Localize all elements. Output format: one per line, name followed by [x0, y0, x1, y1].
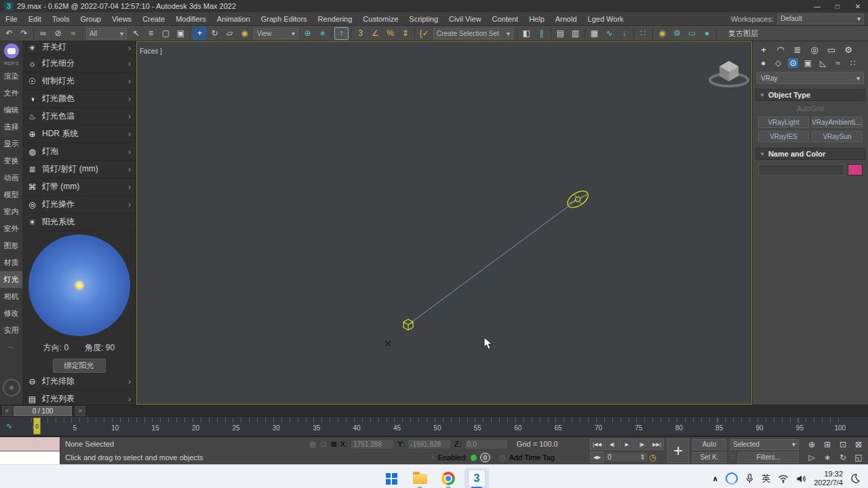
- panel-item-灯光操作[interactable]: ◎灯光操作›: [22, 196, 136, 214]
- rail-item-显示[interactable]: 显示: [0, 136, 22, 152]
- material-editor-icon[interactable]: ◉: [655, 27, 669, 40]
- category-geometry[interactable]: ●: [758, 58, 768, 68]
- rect-selection-icon[interactable]: ▢: [159, 27, 173, 40]
- panel-item-灯光色温[interactable]: ♨灯光色温›: [22, 108, 136, 125]
- panel-item-灯光排除[interactable]: ⊖灯光排除›: [22, 373, 136, 390]
- render-frame-icon[interactable]: ▭: [685, 27, 699, 40]
- category-cameras[interactable]: ▣: [803, 58, 813, 68]
- select-by-name-icon[interactable]: ≡: [144, 27, 158, 40]
- menu-create[interactable]: Create: [137, 15, 170, 23]
- bind-sun-button[interactable]: 绑定阳光: [53, 359, 106, 373]
- rail-item-变换[interactable]: 变换: [0, 152, 22, 169]
- select-object-icon[interactable]: ↖: [129, 27, 143, 40]
- menu-scripting[interactable]: Scripting: [403, 15, 443, 23]
- panel-item-灯光细分[interactable]: ☼灯光细分›: [22, 55, 136, 73]
- category-systems[interactable]: ∷: [848, 58, 858, 68]
- pan-icon[interactable]: ∗: [820, 451, 835, 464]
- add-time-tag[interactable]: Add Time Tag: [509, 453, 555, 462]
- panel-item-筒灯-射灯-mm-[interactable]: ≣筒灯/射灯 (mm)›: [22, 161, 136, 178]
- tab-display[interactable]: ▭: [826, 45, 837, 55]
- menu-rendering[interactable]: Rendering: [313, 15, 358, 23]
- window-crossing-icon[interactable]: ▣: [174, 27, 188, 40]
- rail-item-文件[interactable]: 文件: [0, 85, 22, 102]
- viewcube[interactable]: [710, 61, 748, 86]
- zoom-icon[interactable]: ⊕: [804, 439, 819, 451]
- layer-manager-icon[interactable]: ▤: [553, 27, 568, 40]
- spinner-snap-icon[interactable]: ⇕: [398, 27, 412, 40]
- percent-snap-icon[interactable]: %: [383, 27, 397, 40]
- go-to-start-button[interactable]: |◀◀: [590, 439, 604, 450]
- render-setup-icon[interactable]: ⚙: [670, 27, 684, 40]
- x-coordinate-field[interactable]: 1751.388: [351, 439, 394, 449]
- selection-lock-icon[interactable]: ⊡: [320, 440, 326, 449]
- menu-arnold[interactable]: Arnold: [550, 15, 583, 23]
- go-to-end-button[interactable]: ▶▶|: [650, 439, 664, 450]
- zoom-all-icon[interactable]: ⊞: [820, 439, 835, 451]
- selection-filter-dropdown[interactable]: All▾: [86, 28, 127, 39]
- render-icon[interactable]: ●: [700, 27, 714, 40]
- current-frame-marker[interactable]: 0: [33, 418, 41, 434]
- tab-utilities[interactable]: ⚙: [843, 45, 854, 55]
- bind-spacewarp-icon[interactable]: ≈: [66, 27, 80, 40]
- sun-direction-dial[interactable]: [28, 235, 130, 336]
- button-vrayambientl-[interactable]: VRayAmbientL...: [812, 117, 863, 128]
- rail-item-编辑[interactable]: 编辑: [0, 102, 22, 119]
- tab-motion[interactable]: ◎: [809, 45, 820, 55]
- headset-app-icon[interactable]: [726, 472, 738, 485]
- panel-item-灯光颜色[interactable]: ◑灯光颜色›: [22, 90, 136, 108]
- file-explorer-icon[interactable]: [408, 468, 432, 488]
- key-filters-button[interactable]: Filters...: [738, 452, 799, 463]
- ime-indicator[interactable]: 英: [762, 472, 770, 485]
- auto-key-button[interactable]: Auto: [692, 439, 726, 450]
- wifi-icon[interactable]: [778, 474, 789, 483]
- microphone-icon[interactable]: [745, 474, 754, 484]
- play-button[interactable]: ▶: [620, 439, 634, 450]
- rail-item-室内[interactable]: 室内: [0, 203, 22, 220]
- button-vrayies[interactable]: VRayIES: [758, 131, 809, 142]
- start-button[interactable]: [379, 468, 403, 488]
- next-frame-button[interactable]: |▶: [635, 439, 649, 450]
- mirror-icon[interactable]: ◧: [519, 27, 534, 40]
- current-frame-field[interactable]: 0 ⇕: [605, 452, 648, 462]
- object-name-field[interactable]: [758, 164, 844, 176]
- menu-lged-work[interactable]: Lged Work: [583, 15, 629, 23]
- panel-item-灯带-mm-[interactable]: ⌘灯带 (mm)›: [22, 178, 136, 196]
- rail-item-相机[interactable]: 相机: [0, 288, 22, 305]
- named-sets-icon[interactable]: {✓: [417, 27, 431, 40]
- tab-hierarchy[interactable]: ≣: [792, 45, 803, 55]
- scene-explorer-icon[interactable]: ▥: [568, 27, 583, 40]
- previous-frame-arrow[interactable]: <: [2, 406, 12, 416]
- unlink-icon[interactable]: ⊘: [51, 27, 65, 40]
- enabled-count-badge[interactable]: 0: [480, 453, 490, 462]
- listener-script-line[interactable]: [0, 451, 60, 465]
- menu-views[interactable]: Views: [106, 15, 137, 23]
- tab-modify[interactable]: ◠: [775, 45, 786, 55]
- speaker-icon[interactable]: [796, 474, 806, 483]
- menu-graph-editors[interactable]: Graph Editors: [256, 15, 313, 23]
- category-shapes[interactable]: ◇: [773, 58, 783, 68]
- scale-icon[interactable]: ▱: [222, 27, 237, 40]
- rail-item-图形[interactable]: 图形: [0, 237, 22, 254]
- snap-3d-icon[interactable]: 3: [353, 27, 368, 40]
- angle-snap-icon[interactable]: ∠: [368, 27, 382, 40]
- zoom-extents-icon[interactable]: ⊡: [835, 439, 850, 451]
- panel-item-阳光系统[interactable]: ☀阳光系统: [22, 214, 136, 231]
- show-hidden-icons[interactable]: ∧: [712, 474, 718, 483]
- object-color-swatch[interactable]: [848, 164, 863, 176]
- rail-item-室外[interactable]: 室外: [0, 220, 22, 237]
- rail-item-选择[interactable]: 选择: [0, 119, 22, 136]
- animation-icon[interactable]: ◔: [430, 453, 435, 462]
- set-key-button[interactable]: Set K.: [692, 452, 726, 463]
- key-mode-toggle[interactable]: ◀▶: [590, 451, 604, 463]
- name-color-header[interactable]: ▼ Name and Color: [755, 148, 865, 160]
- menu-group[interactable]: Group: [75, 15, 106, 23]
- time-slider-handle[interactable]: 0 / 100: [14, 406, 72, 416]
- menu-civil-view[interactable]: Civil View: [443, 15, 486, 23]
- plugin-logo-icon[interactable]: [4, 43, 19, 58]
- rotate-icon[interactable]: ↻: [208, 27, 222, 40]
- maxscript-mini-listener[interactable]: [0, 437, 60, 464]
- button-vraysun[interactable]: VRaySun: [812, 131, 863, 142]
- select-manipulate-icon[interactable]: ∗: [315, 27, 330, 40]
- menu-file[interactable]: File: [0, 15, 23, 23]
- select-link-icon[interactable]: ∞: [36, 27, 50, 40]
